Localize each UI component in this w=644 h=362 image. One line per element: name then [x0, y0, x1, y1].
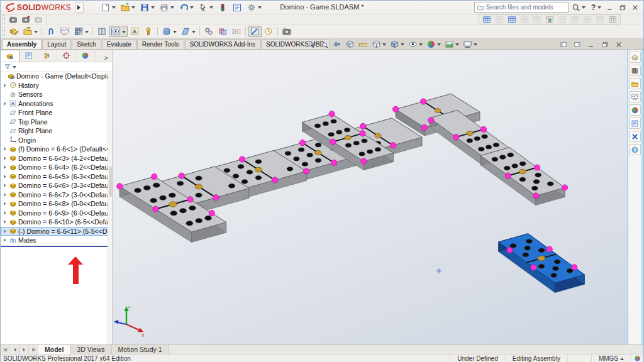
expand-arrow-icon[interactable]: [3, 175, 9, 178]
featuremanager-design-tree-tab[interactable]: [1, 50, 19, 62]
view-orientation-icon[interactable]: [370, 38, 388, 50]
save-icon[interactable]: [138, 2, 157, 13]
toolbar-grip[interactable]: [3, 27, 5, 36]
record-video-icon[interactable]: [19, 14, 32, 25]
expand-arrow-icon[interactable]: [3, 211, 9, 215]
dropdown-caret[interactable]: [209, 6, 213, 11]
doc-tab-motion-study-1[interactable]: Motion Study 1: [112, 345, 169, 354]
displaymanager-tab[interactable]: [76, 50, 95, 62]
tree-item[interactable]: Origin: [1, 136, 112, 145]
dropdown-caret[interactable]: [382, 43, 386, 48]
expand-arrow-icon[interactable]: [3, 156, 9, 160]
tab-render-tools[interactable]: Render Tools: [137, 39, 184, 49]
mate-point[interactable]: [153, 206, 158, 212]
dropdown-caret[interactable]: [131, 6, 135, 11]
smart-components-icon[interactable]: [95, 26, 109, 37]
revision-table-icon[interactable]: [531, 14, 543, 25]
reference-geometry-icon[interactable]: [179, 26, 197, 37]
file-explorer-icon[interactable]: [629, 78, 641, 89]
mate-point[interactable]: [187, 197, 193, 202]
assembly-features-icon[interactable]: [248, 26, 262, 37]
dropdown-caret[interactable]: [582, 6, 586, 11]
dropdown-caret[interactable]: [34, 31, 38, 35]
dropdown-caret[interactable]: [455, 43, 459, 48]
mate-point[interactable]: [360, 131, 365, 136]
tree-scrollbar-thumb[interactable]: [109, 167, 112, 197]
expand-arrow-icon[interactable]: [3, 165, 9, 169]
title-block-table-icon[interactable]: [606, 14, 619, 25]
bom-table-icon[interactable]: [518, 14, 531, 25]
expand-arrow-icon[interactable]: [3, 193, 9, 197]
section-view-icon[interactable]: [343, 38, 357, 50]
options-icon[interactable]: [245, 2, 264, 13]
search-input[interactable]: [486, 4, 566, 11]
tree-item[interactable]: Front Plane: [1, 108, 112, 118]
apply-scene-icon[interactable]: [443, 38, 461, 50]
expand-arrow-icon[interactable]: [3, 220, 9, 224]
dropdown-caret[interactable]: [419, 43, 423, 48]
tab-solidworks-add-ins[interactable]: SOLIDWORKS Add-Ins: [185, 39, 260, 49]
dropdown-caret[interactable]: [151, 6, 155, 11]
mate-point[interactable]: [303, 168, 309, 174]
tree-item[interactable]: Domino = 6-6<8> (0-0<<Default>_Displa: [1, 199, 112, 209]
expand-arrow-icon[interactable]: [3, 184, 9, 187]
tree-item[interactable]: Domino = 6-6<6> (3-3<<Default>_Displa: [1, 181, 112, 190]
tree-item[interactable]: (f) Domino = 6-6<1> (Default<<Default>: [1, 145, 112, 154]
dropdown-caret[interactable]: [170, 6, 174, 11]
edit-appearance-icon[interactable]: [425, 38, 443, 50]
mate-point[interactable]: [421, 99, 426, 104]
zoom-to-fit-icon[interactable]: [304, 38, 317, 50]
solidworks-add-ins-icon[interactable]: [629, 144, 641, 155]
dropdown-caret[interactable]: [258, 6, 262, 11]
solidworks-forum-icon[interactable]: [629, 131, 641, 142]
tree-item[interactable]: Sensors: [1, 90, 112, 99]
domino-6-5[interactable]: [480, 148, 568, 206]
mate-point[interactable]: [329, 111, 335, 117]
design-library-icon[interactable]: [629, 65, 641, 76]
domino-5-5-selected[interactable]: [499, 234, 585, 293]
filter-icon[interactable]: [2, 61, 18, 72]
status-tray-icon[interactable]: [631, 354, 643, 362]
tree-item[interactable]: Domino = 6-6<10> (6-5<<Default>_Displ: [1, 217, 112, 227]
mate-point[interactable]: [179, 173, 184, 178]
insert-components-icon[interactable]: [21, 26, 40, 37]
mate-point[interactable]: [152, 173, 157, 179]
dropdown-caret[interactable]: [13, 66, 16, 70]
expand-arrow-icon[interactable]: [3, 84, 9, 87]
dropdown-caret[interactable]: [597, 6, 601, 11]
mate-point[interactable]: [480, 126, 486, 132]
snapshot-icon[interactable]: [280, 26, 294, 37]
units-selector[interactable]: MMGS: [591, 354, 631, 362]
dimxpertmanager-tab[interactable]: [57, 50, 76, 62]
restore-button[interactable]: [617, 2, 628, 13]
select-icon[interactable]: [196, 2, 215, 13]
tree-item[interactable]: Domino = 6-6<3> (4-2<<Default>_Displa: [1, 154, 112, 163]
mate-point[interactable]: [428, 118, 434, 123]
mate-point[interactable]: [213, 195, 219, 200]
menu-flyout-button[interactable]: [75, 3, 84, 13]
stop-record-icon[interactable]: [32, 14, 45, 25]
tab-table-icon[interactable]: [594, 14, 606, 25]
bend-table-icon[interactable]: [581, 14, 594, 25]
display-style-icon[interactable]: [388, 38, 406, 50]
help-button[interactable]: ?: [589, 2, 603, 13]
view-palette-icon[interactable]: [629, 91, 641, 102]
dropdown-caret[interactable]: [190, 6, 194, 11]
configurationmanager-tab[interactable]: [38, 50, 57, 62]
mate-point[interactable]: [531, 265, 536, 270]
excel-based-bom-icon[interactable]: [543, 14, 556, 25]
tree-item[interactable]: Top Plane: [1, 118, 112, 127]
tree-item[interactable]: History: [1, 81, 112, 90]
tree-item[interactable]: Domino = 6-6<7> (3-0<<Default>_Displa: [1, 190, 112, 200]
tree-item-root[interactable]: Domino - Game (Default<Display State-1>): [1, 72, 112, 81]
design-table-icon[interactable]: [506, 14, 518, 25]
previous-tab-icon[interactable]: [10, 345, 19, 354]
mate-point[interactable]: [299, 140, 305, 146]
hole-table-icon[interactable]: [493, 14, 506, 25]
expand-arrow-icon[interactable]: [3, 238, 9, 242]
expand-arrow-icon[interactable]: [3, 202, 9, 206]
linear-component-pattern-icon[interactable]: [72, 26, 91, 37]
dropdown-caret[interactable]: [474, 43, 477, 48]
mate-point[interactable]: [117, 184, 123, 189]
weldment-cut-list-icon[interactable]: [556, 14, 569, 25]
